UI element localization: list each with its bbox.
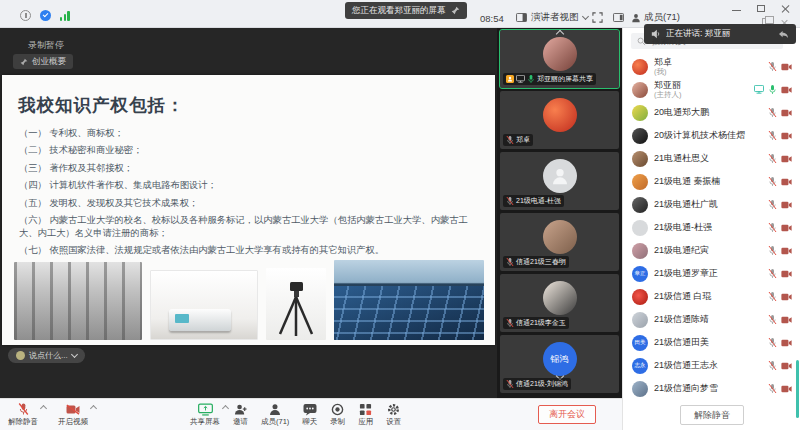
mic-muted-icon[interactable]	[768, 360, 777, 371]
member-avatar	[632, 174, 648, 190]
mic-muted-icon[interactable]	[768, 314, 777, 325]
mic-muted-icon[interactable]	[768, 199, 777, 210]
video-tile[interactable]: 信通21级李金玉	[500, 274, 619, 332]
member-row[interactable]: 田美 21级信通田美	[623, 331, 800, 354]
apps-button[interactable]: 应用	[358, 402, 373, 427]
start-video-button[interactable]: 开启视频	[58, 402, 88, 427]
camera-off-icon[interactable]	[781, 339, 792, 347]
mic-muted-icon[interactable]	[768, 176, 777, 187]
fullscreen-button[interactable]	[592, 12, 603, 23]
photo-tripod-device	[266, 268, 326, 340]
camera-off-icon[interactable]	[781, 385, 792, 393]
camera-off-icon[interactable]	[781, 178, 792, 186]
members-button[interactable]: 成员(71)	[261, 402, 289, 427]
mic-muted-icon[interactable]	[768, 291, 777, 302]
member-row[interactable]: 21级电通-杜强	[623, 216, 800, 239]
comment-input-pill[interactable]: 说点什么...	[8, 348, 85, 363]
camera-off-icon[interactable]	[781, 316, 792, 324]
video-tile[interactable]: 锦鸿 信通21级-刘锦鸿	[500, 335, 619, 393]
camera-off-icon[interactable]	[781, 155, 792, 163]
member-row[interactable]: 郑亚丽 (主持人)	[623, 78, 800, 101]
panel-scrollbar[interactable]	[796, 360, 800, 418]
view-mode-dropdown[interactable]: 演讲者视图	[516, 11, 588, 24]
camera-off-icon[interactable]	[781, 132, 792, 140]
chevron-down-icon	[581, 13, 588, 20]
video-options-chevron[interactable]	[90, 405, 97, 412]
video-tile[interactable]: 郑卓	[500, 91, 619, 149]
mic-muted-icon[interactable]	[768, 61, 777, 72]
video-tile[interactable]: 郑亚丽的屏幕共享	[500, 30, 619, 88]
camera-off-icon[interactable]	[781, 63, 792, 71]
share-screen-button[interactable]: 共享屏幕	[190, 402, 220, 427]
member-row[interactable]: 21级电通 秦振楠	[623, 170, 800, 193]
emoji-avatar-icon	[16, 351, 25, 360]
slide-bullet-item: （五） 发明权、发现权及其它技术成果权；	[19, 197, 481, 210]
camera-off-icon[interactable]	[781, 293, 792, 301]
minimize-button[interactable]	[732, 10, 741, 12]
member-name: 20级计算机技术杨佳熠	[654, 130, 762, 140]
mic-muted-icon[interactable]	[768, 245, 777, 256]
camera-off-icon[interactable]	[781, 270, 792, 278]
member-row[interactable]: 21级信通向梦雪	[623, 377, 800, 400]
member-meta: 20级计算机技术杨佳熠	[654, 130, 762, 140]
maximize-button[interactable]	[757, 5, 765, 12]
camera-off-icon[interactable]	[781, 201, 792, 209]
chat-button[interactable]: 聊天	[302, 402, 317, 427]
close-button[interactable]	[781, 4, 790, 13]
member-row[interactable]: 20电通郑大鹏	[623, 101, 800, 124]
mic-muted-icon[interactable]	[768, 337, 777, 348]
mic-muted-icon[interactable]	[768, 130, 777, 141]
meeting-info-icon[interactable]	[20, 10, 31, 21]
settings-button[interactable]: 设置	[386, 402, 401, 427]
leave-meeting-button[interactable]: 离开会议	[538, 405, 596, 424]
invite-person-icon	[234, 403, 247, 416]
unmute-button[interactable]: 解除静音	[8, 402, 38, 427]
mic-muted-icon	[506, 318, 514, 328]
record-button[interactable]: 录制	[330, 402, 345, 427]
member-role: (我)	[654, 68, 762, 76]
member-avatar	[632, 312, 648, 328]
share-options-chevron[interactable]	[222, 405, 229, 412]
camera-off-icon[interactable]	[781, 109, 792, 117]
member-name: 21电通杜思义	[654, 153, 762, 163]
member-row[interactable]: 21级信通 白琨	[623, 285, 800, 308]
member-row[interactable]: 21级电通杜广凯	[623, 193, 800, 216]
member-row[interactable]: 志永 21级信通王志永	[623, 354, 800, 377]
mic-muted-icon[interactable]	[768, 153, 777, 164]
member-row[interactable]: 20级计算机技术杨佳熠	[623, 124, 800, 147]
mic-muted-icon[interactable]	[768, 383, 777, 394]
members-toggle[interactable]: 成员(71)	[631, 11, 680, 24]
security-shield-icon[interactable]	[40, 10, 51, 21]
presentation-slide: 我校知识产权包括： （一） 专利权、商标权； （二） 技术秘密和商业秘密； （三…	[2, 75, 495, 345]
member-row[interactable]: 章正 21级电通罗章正	[623, 262, 800, 285]
tile-name-label: 信通21级李金玉	[503, 317, 569, 329]
member-row[interactable]: 21级信通陈靖	[623, 308, 800, 331]
video-tile[interactable]: 21级电通-杜强	[500, 152, 619, 210]
camera-off-icon[interactable]	[781, 247, 792, 255]
invite-button[interactable]: 邀请	[233, 402, 248, 427]
pin-icon[interactable]	[451, 6, 460, 15]
mic-muted-icon[interactable]	[768, 107, 777, 118]
member-avatar	[632, 197, 648, 213]
tile-participant-name: 21级电通-杜强	[516, 196, 561, 206]
mic-options-chevron[interactable]	[40, 405, 47, 412]
member-row[interactable]: 21级电通纪寅	[623, 239, 800, 262]
member-row[interactable]: 郑卓 (我)	[623, 55, 800, 78]
mic-muted-icon[interactable]	[768, 268, 777, 279]
speaking-toast-label: 正在讲话: 郑亚丽	[666, 28, 773, 40]
mic-muted-icon	[506, 196, 514, 206]
tile-name-label: 21级电通-杜强	[503, 195, 564, 207]
mic-muted-icon[interactable]	[768, 222, 777, 233]
camera-off-icon[interactable]	[781, 86, 792, 94]
member-row[interactable]: 21电通杜思义	[623, 147, 800, 170]
video-tile[interactable]: 信通21级三春明	[500, 213, 619, 271]
camera-off-icon[interactable]	[781, 362, 792, 370]
camera-off-icon[interactable]	[781, 224, 792, 232]
unmute-all-button[interactable]: 解除静音	[680, 405, 744, 425]
mic-on-icon[interactable]	[768, 84, 777, 95]
member-name: 21级电通纪寅	[654, 245, 762, 255]
layout-switch-button[interactable]	[613, 13, 624, 22]
pinned-doc-pill[interactable]: 创业概要	[13, 54, 73, 69]
reply-arrow-icon[interactable]	[778, 30, 789, 39]
view-mode-label: 演讲者视图	[531, 11, 579, 24]
